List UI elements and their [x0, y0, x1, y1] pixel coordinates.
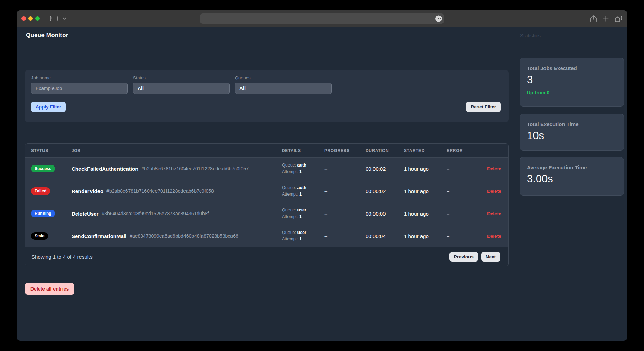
browser-window: Queue Monitor Statistics Job name Status… — [17, 10, 627, 341]
stat-label: Average Execution Time — [527, 164, 617, 170]
previous-page-button[interactable]: Previous — [449, 252, 478, 262]
filter-panel: Job name Status All Queues All Apply Fil… — [25, 70, 509, 122]
column-header-status: STATUS — [25, 148, 66, 153]
job-hash: #3b6404d3ca208f99cd1525e7873ad894361d0b8… — [102, 211, 209, 216]
job-error: – — [441, 211, 481, 217]
status-badge: Success — [31, 165, 55, 172]
job-duration: 00:00:04 — [360, 233, 398, 239]
table-footer: Showing 1 to 4 of 4 results Previous Nex… — [25, 247, 508, 266]
delete-row-button[interactable]: Delete — [487, 189, 501, 194]
chevron-down-icon[interactable] — [63, 17, 66, 20]
job-progress: – — [319, 211, 360, 217]
delete-row-button[interactable]: Delete — [487, 211, 501, 216]
stat-trend: Up from 0 — [527, 90, 617, 95]
sidebar-toggle-icon[interactable] — [50, 16, 58, 21]
job-name: CheckFailedAuthentication — [72, 166, 138, 172]
job-hash: #b2ab8e6781b71604ee701f1228edeab6b7c0f05… — [141, 166, 249, 171]
apply-filter-button[interactable]: Apply Filter — [31, 102, 66, 112]
queues-label: Queues — [235, 75, 332, 80]
app-header: Queue Monitor Statistics — [17, 27, 627, 44]
table-row: Success CheckFailedAuthentication #b2ab8… — [25, 158, 508, 180]
next-page-button[interactable]: Next — [481, 252, 500, 262]
browser-toolbar — [17, 10, 627, 27]
table-row: Failed RenderVideo #b2ab8e6781b71604ee70… — [25, 180, 508, 202]
stat-card-total-jobs: Total Jobs Executed 3 Up from 0 — [520, 58, 624, 107]
status-label: Status — [133, 75, 230, 80]
delete-row-button[interactable]: Delete — [487, 234, 501, 239]
statistics-sidebar: Total Jobs Executed 3 Up from 0 Total Ex… — [520, 44, 624, 196]
address-bar[interactable] — [200, 13, 444, 24]
job-hash: #ae83473099ea6ad6bbd460b48fa87028b53bca6… — [130, 233, 238, 239]
job-error: – — [441, 233, 481, 239]
delete-all-entries-button[interactable]: Delete all entries — [25, 283, 74, 295]
stat-label: Total Jobs Executed — [527, 65, 617, 71]
new-tab-icon[interactable] — [603, 16, 609, 22]
job-progress: – — [319, 188, 360, 194]
stat-value: 10s — [527, 130, 617, 142]
stat-value: 3 — [527, 74, 617, 86]
close-window-button[interactable] — [21, 16, 26, 21]
job-hash: #b2ab8e6781b71604ee701f1228edeab6b7c0f05… — [106, 188, 214, 194]
more-options-icon[interactable] — [435, 15, 442, 22]
stat-card-average-execution-time: Average Execution Time 3.00s — [520, 157, 624, 196]
share-icon[interactable] — [590, 15, 597, 22]
job-name-input[interactable] — [31, 83, 128, 94]
table-header-row: STATUS JOB DETAILS PROGRESS DURATION STA… — [25, 144, 508, 158]
column-header-job: JOB — [66, 148, 276, 153]
job-duration: 00:00:02 — [360, 188, 398, 194]
status-badge: Stale — [31, 232, 48, 240]
status-badge: Failed — [31, 187, 50, 195]
job-started: 1 hour ago — [398, 188, 441, 194]
job-error: – — [441, 166, 481, 172]
jobs-table: STATUS JOB DETAILS PROGRESS DURATION STA… — [25, 143, 509, 266]
statistics-heading: Statistics — [520, 32, 541, 38]
stat-value: 3.00s — [527, 173, 617, 185]
reset-filter-button[interactable]: Reset Filter — [466, 102, 501, 112]
table-body: Success CheckFailedAuthentication #b2ab8… — [25, 158, 508, 247]
job-progress: – — [319, 166, 360, 172]
job-details: Queue: auth Attempt: 1 — [276, 162, 319, 175]
delete-row-button[interactable]: Delete — [487, 166, 501, 171]
table-row: Running DeleteUser #3b6404d3ca208f99cd15… — [25, 202, 508, 225]
column-header-started: STARTED — [398, 148, 441, 153]
job-details: Queue: user Attempt: 1 — [276, 229, 319, 243]
column-header-progress: PROGRESS — [319, 148, 360, 153]
tab-overview-icon[interactable] — [615, 16, 622, 22]
job-details: Queue: user Attempt: 1 — [276, 207, 319, 220]
job-name: DeleteUser — [72, 211, 98, 217]
zoom-window-button[interactable] — [35, 16, 40, 21]
results-summary: Showing 1 to 4 of 4 results — [31, 254, 93, 260]
stat-label: Total Execution Time — [527, 121, 617, 127]
status-badge: Running — [31, 210, 55, 217]
job-name-label: Job name — [31, 75, 128, 80]
job-name: SendConfirmationMail — [72, 233, 126, 239]
page-title: Queue Monitor — [26, 32, 68, 39]
table-row: Stale SendConfirmationMail #ae83473099ea… — [25, 225, 508, 247]
job-duration: 00:00:00 — [360, 211, 398, 217]
job-started: 1 hour ago — [398, 166, 441, 172]
job-duration: 00:00:02 — [360, 166, 398, 172]
column-header-error: ERROR — [441, 148, 481, 153]
minimize-window-button[interactable] — [28, 16, 33, 21]
job-details: Queue: auth Attempt: 1 — [276, 184, 319, 198]
job-name: RenderVideo — [72, 188, 103, 194]
job-progress: – — [319, 233, 360, 239]
status-select[interactable]: All — [133, 83, 230, 94]
column-header-duration: DURATION — [360, 148, 398, 153]
column-header-details: DETAILS — [276, 148, 319, 153]
job-error: – — [441, 188, 481, 194]
job-started: 1 hour ago — [398, 211, 441, 217]
traffic-lights — [21, 16, 40, 21]
job-started: 1 hour ago — [398, 233, 441, 239]
stat-card-total-execution-time: Total Execution Time 10s — [520, 114, 624, 151]
queues-select[interactable]: All — [235, 83, 332, 94]
